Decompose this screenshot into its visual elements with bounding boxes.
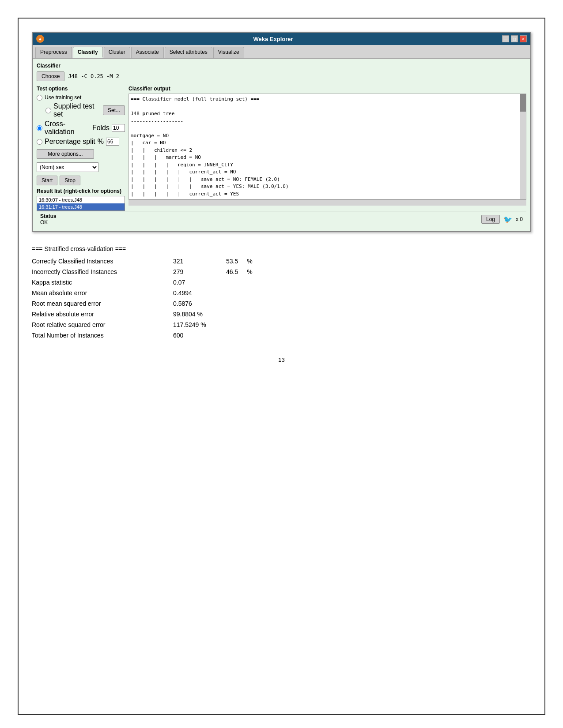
stats-row-3: Mean absolute error 0.4994 bbox=[32, 289, 531, 296]
status-section: Status OK bbox=[40, 213, 57, 225]
classifier-section-label: Classifier bbox=[37, 63, 526, 69]
stats-label-6: Root relative squared error bbox=[32, 321, 164, 328]
supplied-test-label: Supplied test set bbox=[53, 102, 101, 118]
use-training-set-radio[interactable] bbox=[37, 95, 42, 101]
tab-associate[interactable]: Associate bbox=[131, 47, 164, 58]
percentage-split-radio[interactable] bbox=[37, 139, 42, 145]
maximize-button[interactable]: □ bbox=[511, 35, 518, 42]
tab-visualize[interactable]: Visualize bbox=[213, 47, 244, 58]
stats-label-7: Total Number of Instances bbox=[32, 332, 164, 339]
weka-main-content: Classifier Choose J48 -C 0.25 -M 2 Test … bbox=[33, 59, 530, 231]
cross-validation-radio[interactable] bbox=[37, 125, 42, 131]
stats-value-0: 321 bbox=[173, 258, 217, 265]
right-panel: Classifier output === Classifier model (… bbox=[128, 86, 526, 211]
pct-symbol: % bbox=[98, 138, 104, 146]
stats-value-7: 600 bbox=[173, 332, 217, 339]
tab-preprocess[interactable]: Preprocess bbox=[35, 47, 72, 58]
start-button[interactable]: Start bbox=[37, 176, 57, 185]
titlebar: ● Weka Explorer ─ □ × bbox=[33, 33, 530, 45]
stats-unit-1: % bbox=[247, 268, 252, 275]
status-bar: Status OK Log 🐦 x 0 bbox=[37, 211, 526, 227]
output-text: === Classifier model (full training set)… bbox=[131, 96, 524, 199]
supplied-set-button[interactable]: Set... bbox=[103, 105, 125, 115]
window-title: Weka Explorer bbox=[44, 36, 502, 42]
stats-row-0: Correctly Classified Instances 321 53.5 … bbox=[32, 258, 531, 265]
stats-row-5: Relative absolute error 99.8804 % bbox=[32, 311, 531, 318]
stats-unit-0: % bbox=[247, 258, 252, 265]
stats-row-1: Incorrectly Classified Instances 279 46.… bbox=[32, 268, 531, 275]
folds-input[interactable] bbox=[112, 124, 125, 132]
output-scrollbar[interactable] bbox=[520, 94, 526, 199]
weka-window: ● Weka Explorer ─ □ × Preprocess Classif… bbox=[32, 32, 531, 232]
tab-cluster[interactable]: Cluster bbox=[104, 47, 130, 58]
status-label: Status bbox=[40, 213, 57, 219]
use-training-set-label: Use training set bbox=[45, 94, 81, 101]
stop-button[interactable]: Stop bbox=[60, 176, 80, 185]
choose-button[interactable]: Choose bbox=[37, 71, 64, 81]
stats-row-4: Root mean squared error 0.5876 bbox=[32, 300, 531, 307]
result-list-label: Result list (right-click for options) bbox=[37, 188, 125, 194]
test-options-label: Test options bbox=[37, 86, 125, 92]
stats-value-2: 0.07 bbox=[173, 279, 217, 286]
stats-pct-1: 46.5 bbox=[226, 268, 238, 275]
result-list: 16:30:07 - trees.J48 16:31:17 - trees.J4… bbox=[37, 196, 125, 211]
start-stop-row: Start Stop bbox=[37, 176, 125, 185]
close-button[interactable]: × bbox=[520, 35, 527, 42]
stats-label-4: Root mean squared error bbox=[32, 300, 164, 307]
stats-value-3: 0.4994 bbox=[173, 289, 217, 296]
statistics-section: === Stratified cross-validation === Corr… bbox=[32, 245, 531, 339]
use-training-set-option[interactable]: Use training set bbox=[37, 94, 125, 101]
log-button[interactable]: Log bbox=[481, 215, 500, 224]
output-hscrollbar[interactable] bbox=[128, 199, 526, 206]
stats-value-5: 99.8804 % bbox=[173, 311, 217, 318]
result-item-selected[interactable]: 16:31:17 - trees.J48 bbox=[37, 203, 125, 210]
stats-value-1: 279 bbox=[173, 268, 217, 275]
attribute-dropdown[interactable]: (Nom) sex bbox=[37, 162, 98, 172]
more-options-button[interactable]: More options... bbox=[37, 149, 94, 159]
stats-label-2: Kappa statistic bbox=[32, 279, 164, 286]
main-panels: Test options Use training set Supplied t… bbox=[37, 86, 526, 211]
supplied-test-radio[interactable] bbox=[45, 108, 51, 113]
cross-validation-row: Cross-validation Folds bbox=[37, 120, 125, 136]
stats-pct-0: 53.5 bbox=[226, 258, 238, 265]
stats-label-3: Mean absolute error bbox=[32, 289, 164, 296]
folds-label: Folds bbox=[92, 124, 110, 132]
stats-label-1: Incorrectly Classified Instances bbox=[32, 268, 164, 275]
page-number: 13 bbox=[32, 356, 531, 363]
page-container: ● Weka Explorer ─ □ × Preprocess Classif… bbox=[18, 18, 545, 715]
app-icon: ● bbox=[36, 35, 44, 43]
stats-label-5: Relative absolute error bbox=[32, 311, 164, 318]
tab-classify[interactable]: Classify bbox=[73, 47, 103, 58]
percentage-split-row: Percentage split % bbox=[37, 138, 125, 146]
tab-bar: Preprocess Classify Cluster Associate Se… bbox=[33, 45, 530, 59]
cross-validation-label: Cross-validation bbox=[45, 120, 90, 136]
choose-row: Choose J48 -C 0.25 -M 2 bbox=[37, 71, 526, 81]
status-right: Log 🐦 x 0 bbox=[481, 215, 523, 224]
result-item[interactable]: 16:30:07 - trees.J48 bbox=[37, 196, 125, 203]
stats-header: === Stratified cross-validation === bbox=[32, 245, 531, 252]
percentage-input[interactable] bbox=[106, 138, 119, 146]
stats-row-2: Kappa statistic 0.07 bbox=[32, 279, 531, 286]
scrollbar-thumb bbox=[520, 94, 526, 112]
stats-label-0: Correctly Classified Instances bbox=[32, 258, 164, 265]
status-value: OK bbox=[40, 219, 57, 225]
percentage-split-label: Percentage split bbox=[45, 138, 95, 146]
window-controls: ─ □ × bbox=[502, 35, 527, 42]
stats-row-7: Total Number of Instances 600 bbox=[32, 332, 531, 339]
bird-icon: 🐦 bbox=[503, 215, 512, 224]
stats-value-4: 0.5876 bbox=[173, 300, 217, 307]
minimize-button[interactable]: ─ bbox=[502, 35, 509, 42]
stats-value-6: 117.5249 % bbox=[173, 321, 217, 328]
output-area: === Classifier model (full training set)… bbox=[128, 94, 526, 199]
tab-select-attributes[interactable]: Select attributes bbox=[165, 47, 212, 58]
output-pre: === Classifier model (full training set)… bbox=[131, 96, 517, 199]
left-panel: Test options Use training set Supplied t… bbox=[37, 86, 125, 211]
supplied-test-row: Supplied test set Set... bbox=[37, 102, 125, 118]
algorithm-display: J48 -C 0.25 -M 2 bbox=[68, 73, 119, 79]
output-label: Classifier output bbox=[128, 86, 526, 92]
x0-label: x 0 bbox=[516, 216, 523, 222]
stats-row-6: Root relative squared error 117.5249 % bbox=[32, 321, 531, 328]
